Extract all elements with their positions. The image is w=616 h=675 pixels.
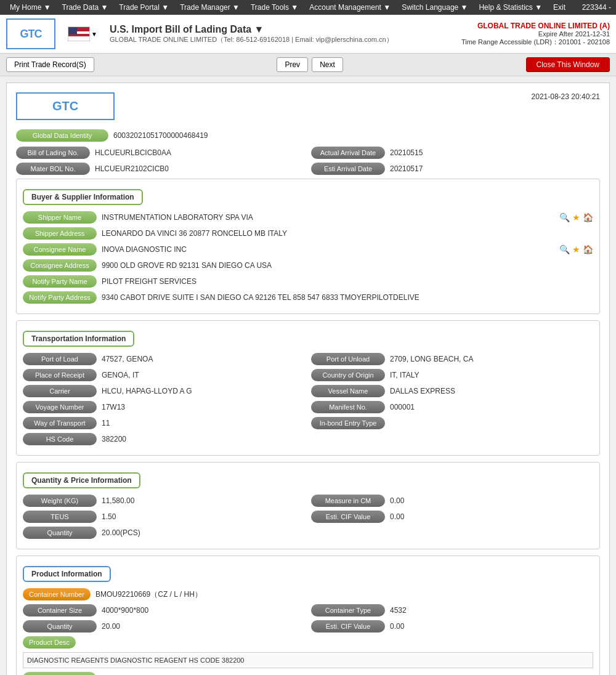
notify-party-address-value: 9340 CABOT DRIVE SUITE I SAN DIEGO CA 92… [102,293,593,302]
shipper-home-icon[interactable]: 🏠 [583,212,593,222]
port-of-load-value: 47527, GENOA [102,355,305,363]
container-type-col: Container Type 4532 [311,604,593,616]
shipper-search-icon[interactable]: 🔍 [559,212,570,222]
container-size-label: Container Size [23,604,97,616]
way-of-transport-value: 11 [102,419,305,427]
quantity-header: Quantity & Price Information [23,472,140,488]
bol-col: Bill of Lading No. HLCUEURLBCICB0AA [16,147,305,159]
esti-cif-col: Esti. CIF Value 0.00 [311,511,593,523]
place-receipt-col: Place of Receipt GENOA, IT [23,369,305,381]
measure-col: Measure in CM 0.00 [311,495,593,507]
vessel-name-label: Vessel Name [311,385,385,397]
nav-trade-tools[interactable]: Trade Tools ▼ [246,1,303,14]
global-data-identity-label: Global Data Identity [16,129,108,142]
weight-label: Weight (KG) [23,495,97,507]
consignee-search-icon[interactable]: 🔍 [559,245,570,254]
company-name: GLOBAL TRADE ONLINE LIMITED (A) [461,22,610,30]
consignee-home-icon[interactable]: 🏠 [583,245,593,254]
marks-numbers-button[interactable]: Marks and Numbers [23,672,96,675]
product-desc-button[interactable]: Product Desc [23,636,76,649]
weight-col: Weight (KG) 11,580.00 [23,495,305,507]
container-size-col: Container Size 4000*900*800 [23,604,305,616]
consignee-star-icon[interactable]: ★ [572,245,580,254]
quantity-row: Quantity 20.00(PCS) [23,527,593,539]
flag-dropdown[interactable]: ▼ [91,31,97,38]
shipper-address-label: Shipper Address [23,227,97,240]
user-number: 223344 - [582,3,611,12]
close-button-top[interactable]: Close This Window [526,57,610,72]
container-number-row: Container Number BMOU92210669（CZ / L / H… [23,588,593,600]
voyage-number-value: 17W13 [102,403,305,411]
time-range: Time Range Accessible (LDR)：201001 - 202… [461,38,610,47]
document-card: GTC 2021-08-23 20:40:21 Global Data Iden… [6,83,610,675]
qty-product-col: Quantity 20.00 [23,620,305,633]
shipper-address-row: Shipper Address LEONARDO DA VINCI 36 208… [23,227,593,240]
notify-party-name-row: Notify Party Name PILOT FREIGHT SERVICES [23,275,593,288]
vessel-name-value: DALLAS EXPRESS [390,387,593,395]
container-type-value: 4532 [390,606,593,615]
nav-exit[interactable]: Exit [548,1,570,14]
esti-cif-product-label: Esti. CIF Value [311,620,385,633]
hs-code-value: 382200 [102,435,593,443]
print-button-top[interactable]: Print Trade Record(S) [6,57,94,72]
nav-switch-language[interactable]: Switch Language ▼ [397,1,472,14]
teus-col: TEUS 1.50 [23,511,305,523]
transportation-section: Transportation Information Port of Load … [16,320,600,456]
way-of-transport-label: Way of Transport [23,417,97,429]
shipper-name-icons: 🔍 ★ 🏠 [559,212,593,222]
esti-cif-product-value: 0.00 [390,622,593,631]
header-title-area: U.S. Import Bill of Lading Data ▼ GLOBAL… [103,24,461,44]
esti-arrival-col: Esti Arrival Date 20210517 [311,163,600,175]
inbond-entry-type-label: In-bond Entry Type [311,417,385,429]
flag-area[interactable]: ▼ [68,26,97,41]
container-type-label: Container Type [311,604,385,616]
carrier-value: HLCU, HAPAG-LLOYD A G [102,387,305,395]
consignee-name-icons: 🔍 ★ 🏠 [559,245,593,254]
esti-cif-value-value: 0.00 [390,512,593,521]
top-navigation: My Home ▼ Trade Data ▼ Trade Portal ▼ Tr… [0,0,616,15]
product-desc-row: Product Desc [23,636,593,649]
voyage-manifest-row: Voyage Number 17W13 Manifest No. 000001 [23,401,593,413]
main-content: GTC 2021-08-23 20:40:21 Global Data Iden… [0,76,616,675]
port-row: Port of Load 47527, GENOA Port of Unload… [23,353,593,365]
nav-trade-manager[interactable]: Trade Manager ▼ [175,1,245,14]
country-origin-col: Country of Origin IT, ITALY [311,369,593,381]
transport-inbond-row: Way of Transport 11 In-bond Entry Type [23,417,593,429]
container-number-button[interactable]: Container Number [23,588,91,600]
shipper-name-value: INSTRUMENTATION LABORATORY SPA VIA [102,213,556,222]
consignee-name-row: Consignee Name INOVA DIAGNOSTIC INC 🔍 ★ … [23,243,593,256]
qty-cif-product-row: Quantity 20.00 Esti. CIF Value 0.00 [23,620,593,633]
nav-account-mgmt[interactable]: Account Management ▼ [304,1,395,14]
way-transport-col: Way of Transport 11 [23,417,305,429]
doc-logo: GTC [16,92,115,120]
nav-help-statistics[interactable]: Help & Statistics ▼ [474,1,547,14]
carrier-col: Carrier HLCU, HAPAG-LLOYD A G [23,385,305,397]
consignee-address-row: Consignee Address 9900 OLD GROVE RD 9213… [23,259,593,272]
mater-bol-label: Mater BOL No. [16,163,90,175]
actual-arrival-col: Actual Arrival Date 20210515 [311,147,600,159]
actual-arrival-label: Actual Arrival Date [311,147,385,159]
next-button-top[interactable]: Next [312,57,343,72]
quantity-value: 20.00(PCS) [102,528,593,537]
nav-trade-data[interactable]: Trade Data ▼ [57,1,113,14]
shipper-star-icon[interactable]: ★ [572,212,580,222]
prev-button-top[interactable]: Prev [277,57,308,72]
esti-arrival-label: Esti Arrival Date [311,163,385,175]
mater-bol-value: HLCUEUR2102CICB0 [95,164,305,173]
manifest-no-label: Manifest No. [311,401,385,413]
mater-bol-row: Mater BOL No. HLCUEUR2102CICB0 Esti Arri… [16,163,600,175]
consignee-address-label: Consignee Address [23,259,97,272]
product-section: Product Information Container Number BMO… [16,556,600,675]
nav-my-home[interactable]: My Home ▼ [5,1,56,14]
teus-value: 1.50 [102,512,305,521]
logo-area: GTC [6,18,55,49]
nav-trade-portal[interactable]: Trade Portal ▼ [114,1,174,14]
esti-cif-value-label: Esti. CIF Value [311,511,385,523]
bol-no-value: HLCUEURLBCICB0AA [95,148,305,157]
global-data-identity-row: Global Data Identity 6003202105170000046… [16,129,600,142]
doc-header: GTC 2021-08-23 20:40:21 [16,92,600,120]
buyer-supplier-section: Buyer & Supplier Information Shipper Nam… [16,179,600,314]
carrier-vessel-row: Carrier HLCU, HAPAG-LLOYD A G Vessel Nam… [23,385,593,397]
shipper-address-value: LEONARDO DA VINCI 36 20877 RONCELLO MB I… [102,229,593,238]
measure-cm-label: Measure in CM [311,495,385,507]
